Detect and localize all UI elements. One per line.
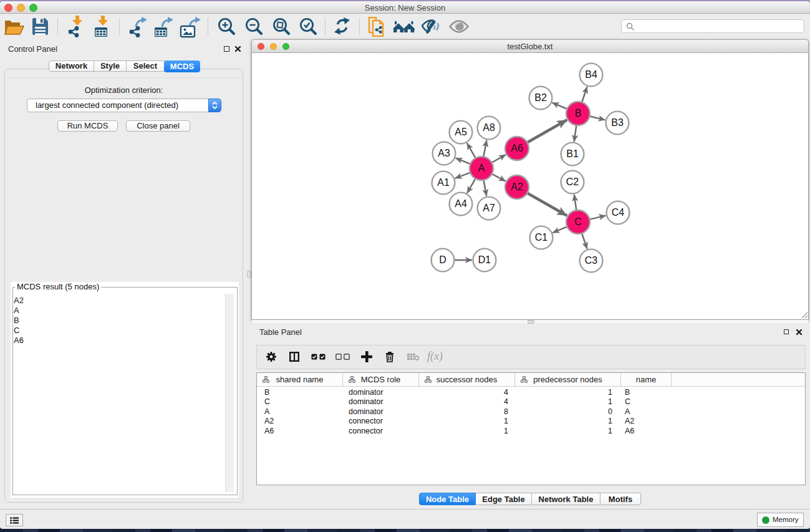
svg-text:B1: B1 (566, 148, 579, 159)
svg-text:A5: A5 (455, 127, 467, 137)
svg-text:C: C (574, 216, 582, 227)
svg-text:C4: C4 (612, 207, 625, 218)
svg-text:A2: A2 (511, 181, 523, 192)
svg-text:D1: D1 (478, 254, 491, 265)
svg-text:C3: C3 (585, 255, 598, 266)
svg-text:A3: A3 (438, 148, 450, 158)
svg-text:A1: A1 (437, 177, 450, 188)
svg-text:A7: A7 (483, 203, 495, 213)
svg-text:D: D (439, 254, 446, 265)
svg-text:B: B (575, 108, 582, 118)
svg-text:B2: B2 (534, 92, 547, 103)
svg-text:C1: C1 (535, 232, 548, 243)
svg-text:A4: A4 (455, 198, 467, 209)
svg-text:B4: B4 (585, 69, 597, 80)
svg-text:B3: B3 (611, 117, 624, 128)
svg-text:A: A (478, 163, 485, 173)
svg-text:C2: C2 (566, 177, 579, 187)
svg-text:A8: A8 (483, 122, 495, 133)
svg-text:A6: A6 (511, 143, 523, 153)
